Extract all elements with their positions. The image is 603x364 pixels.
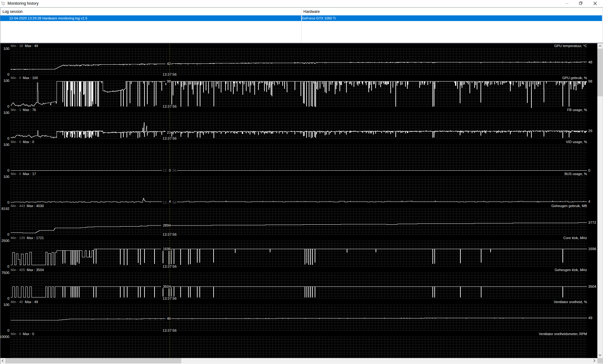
svg-text:7500: 7500 xyxy=(1,271,9,275)
svg-text:0: 0 xyxy=(8,104,9,108)
svg-text:13:37:56: 13:37:56 xyxy=(163,297,177,300)
svg-text:0: 0 xyxy=(8,136,9,140)
svg-text:Ventilator snelheid, %: Ventilator snelheid, % xyxy=(554,300,587,304)
svg-text:98: 98 xyxy=(167,79,171,83)
svg-text:13:37:56: 13:37:56 xyxy=(163,72,177,76)
svg-text:0: 0 xyxy=(8,297,9,300)
svg-text:0: 0 xyxy=(169,169,171,172)
svg-text:0: 0 xyxy=(8,201,9,204)
svg-text:3504: 3504 xyxy=(163,285,171,288)
svg-text:Max : 3504: Max : 3504 xyxy=(27,268,44,272)
svg-text:46: 46 xyxy=(167,317,171,320)
svg-text:2500: 2500 xyxy=(1,239,9,243)
svg-text:3504: 3504 xyxy=(588,285,596,288)
svg-text:3772: 3772 xyxy=(588,221,596,224)
svg-text:Min : 1: Min : 1 xyxy=(11,108,21,112)
svg-text:Max : 1721: Max : 1721 xyxy=(27,236,44,240)
svg-text:13:37:56: 13:37:56 xyxy=(163,104,177,108)
svg-text:Max : 0: Max : 0 xyxy=(23,332,34,336)
svg-text:98: 98 xyxy=(588,79,592,83)
svg-text:13:37:56: 13:37:56 xyxy=(163,136,177,140)
svg-text:13:37:56: 13:37:56 xyxy=(163,265,177,268)
svg-text:VID usage, %: VID usage, % xyxy=(566,140,587,144)
svg-text:Min : 0: Min : 0 xyxy=(11,76,21,80)
svg-text:4: 4 xyxy=(169,200,171,203)
svg-text:Core klok, MHz: Core klok, MHz xyxy=(563,236,587,240)
svg-text:100: 100 xyxy=(3,79,9,83)
svg-text:Geheugen klok, MHz: Geheugen klok, MHz xyxy=(555,268,587,272)
svg-text:BUS usage, %: BUS usage, % xyxy=(564,172,587,176)
svg-text:Max : 76: Max : 76 xyxy=(23,108,36,112)
svg-text:Max : 4030: Max : 4030 xyxy=(27,204,44,208)
svg-text:Min : 18: Min : 18 xyxy=(11,44,23,48)
svg-text:13:37:56: 13:37:56 xyxy=(163,329,177,332)
svg-text:2894: 2894 xyxy=(163,223,171,227)
svg-text:100: 100 xyxy=(3,111,9,115)
svg-text:0: 0 xyxy=(8,72,9,76)
svg-text:Min : 0: Min : 0 xyxy=(11,332,21,336)
svg-text:0: 0 xyxy=(8,169,9,172)
svg-text:13:37:56: 13:37:56 xyxy=(163,233,177,236)
svg-text:0: 0 xyxy=(8,233,9,236)
svg-text:Max : 49: Max : 49 xyxy=(25,300,38,304)
svg-text:8192: 8192 xyxy=(1,207,9,211)
svg-text:Max : 100: Max : 100 xyxy=(23,76,38,80)
svg-text:100: 100 xyxy=(3,143,9,147)
svg-text:FB usage, %: FB usage, % xyxy=(567,108,587,112)
svg-text:42: 42 xyxy=(167,62,171,66)
svg-text:Min : 0: Min : 0 xyxy=(11,140,21,144)
svg-text:GPU temperatuur, °C: GPU temperatuur, °C xyxy=(554,44,587,48)
svg-text:1696: 1696 xyxy=(163,247,171,251)
svg-text:23: 23 xyxy=(167,131,171,134)
svg-text:Max : 17: Max : 17 xyxy=(23,172,36,176)
svg-text:Max : 0: Max : 0 xyxy=(23,140,34,144)
svg-text:100: 100 xyxy=(3,175,9,179)
svg-text:Min : 40: Min : 40 xyxy=(11,300,23,304)
svg-text:48: 48 xyxy=(588,60,592,64)
svg-text:Min : 0: Min : 0 xyxy=(11,172,21,176)
svg-text:4: 4 xyxy=(588,200,590,203)
svg-text:0: 0 xyxy=(588,169,590,172)
svg-text:Max : 49: Max : 49 xyxy=(25,44,38,48)
svg-text:GPU gebruik, %: GPU gebruik, % xyxy=(562,76,587,80)
svg-text:Geheugen gebruik, MB: Geheugen gebruik, MB xyxy=(551,204,587,208)
svg-text:1696: 1696 xyxy=(588,247,596,251)
svg-text:10000: 10000 xyxy=(0,335,9,339)
svg-text:Min : 443: Min : 443 xyxy=(11,204,25,208)
svg-text:29: 29 xyxy=(588,129,592,133)
svg-text:0: 0 xyxy=(8,265,9,268)
svg-text:49: 49 xyxy=(588,316,592,320)
svg-text:Min : 139: Min : 139 xyxy=(11,236,25,240)
svg-text:Min : 405: Min : 405 xyxy=(11,268,25,272)
svg-text:100: 100 xyxy=(3,303,9,307)
svg-text:0: 0 xyxy=(8,329,9,332)
svg-text:100: 100 xyxy=(3,47,9,51)
svg-text:Ventilator snelheidsmeter, RPM: Ventilator snelheidsmeter, RPM xyxy=(539,332,587,336)
